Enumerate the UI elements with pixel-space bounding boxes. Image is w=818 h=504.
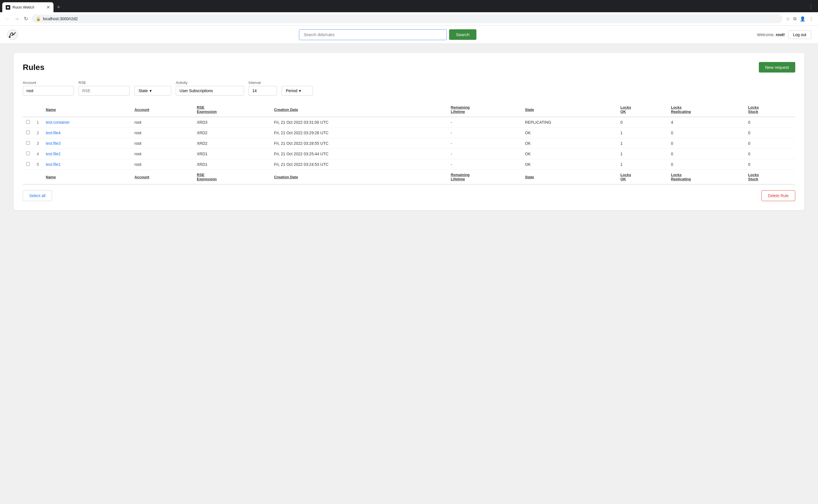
table-row: 1 test:container root XRD3 Fri, 21 Oct 2… [23,117,795,128]
new-request-button[interactable]: New request [759,62,795,73]
table-row: 4 test:file2 root XRD1 Fri, 21 Oct 2022 … [23,149,795,159]
interval-input[interactable] [249,86,277,96]
activity-input[interactable] [176,86,244,96]
row-checkbox[interactable] [23,149,33,159]
state-dropdown-button[interactable]: State ▾ [134,86,171,96]
table-row: 2 test:file4 root XRD2 Fri, 21 Oct 2022 … [23,128,795,138]
tfoot-checkbox [23,170,33,185]
th-state: State [522,102,617,117]
row-checkbox-input[interactable] [26,141,30,145]
new-tab-button[interactable]: + [55,3,63,12]
search-area: Search [23,29,753,40]
search-input-wrap [299,29,447,40]
forward-button[interactable]: → [13,15,20,23]
row-creation-date: Fri, 21 Oct 2022 03:28:55 UTC [270,138,447,149]
row-remaining-lifetime: - [447,159,522,170]
address-input[interactable] [43,16,778,21]
row-checkbox[interactable] [23,128,33,138]
tfoot-rse-expression: RSEExpression [193,170,270,185]
nav-actions: ☆ ⧉ 👤 ⋮ [785,15,815,23]
search-input[interactable] [299,29,447,40]
state-filter-label [134,80,171,85]
row-name[interactable]: test:file1 [42,159,131,170]
extensions-icon[interactable]: ⧉ [792,15,798,23]
state-dropdown-arrow-icon: ▾ [150,88,152,93]
th-name: Name [42,102,131,117]
delete-rule-button[interactable]: Delete Rule [761,190,795,201]
reload-button[interactable]: ↻ [23,15,29,23]
bookmark-icon[interactable]: ☆ [785,15,791,23]
row-name-link[interactable]: test:file2 [46,152,61,156]
row-remaining-lifetime: - [447,117,522,128]
activity-label: Activity [176,80,244,85]
table-footer-row: Name Account RSEExpression Creation Date… [23,170,795,185]
th-locks-ok: LocksOK [617,102,668,117]
account-input[interactable] [23,86,74,96]
row-checkbox-input[interactable] [26,131,30,134]
row-locks-ok: 0 [617,117,668,128]
user-area: Welcome, root! Log out [757,30,811,39]
profile-icon[interactable]: 👤 [799,15,807,23]
row-name-link[interactable]: test:file1 [46,162,61,167]
back-button[interactable]: ← [3,15,11,23]
row-name-link[interactable]: test:file3 [46,141,61,146]
row-account: root [131,149,193,159]
period-dropdown-button[interactable]: Period ▾ [282,86,313,96]
row-rse-expression: XRD3 [193,117,270,128]
row-locks-stuck: 0 [745,138,795,149]
row-name[interactable]: test:file2 [42,149,131,159]
row-checkbox-input[interactable] [26,120,30,124]
period-dropdown-label: Period [286,88,297,93]
table-row: 5 test:file1 root XRD1 Fri, 21 Oct 2022 … [23,159,795,170]
row-account: root [131,159,193,170]
table-body: 1 test:container root XRD3 Fri, 21 Oct 2… [23,117,795,170]
interval-label: Interval [249,80,277,85]
row-locks-replicating: 0 [668,128,745,138]
browser-chrome: Rucio WebUI ✕ + ⋮ ← → ↻ 🔒 ☆ ⧉ 👤 ⋮ [0,0,818,26]
row-rse-expression: XRD2 [193,128,270,138]
row-creation-date: Fri, 21 Oct 2022 03:29:28 UTC [270,128,447,138]
page-title: Rules [23,63,44,72]
th-remaining-lifetime: RemainingLifetime [447,102,522,117]
logout-button[interactable]: Log out [788,30,811,39]
row-name-link[interactable]: test:file4 [46,131,61,135]
row-checkbox[interactable] [23,138,33,149]
logo-icon [7,29,18,40]
row-rse-expression: XRD2 [193,138,270,149]
row-checkbox-input[interactable] [26,162,30,166]
browser-more-icon[interactable]: ⋮ [808,3,816,12]
main-content: Rules New request Account RSE State ▾ A [0,44,818,504]
table-footer: Name Account RSEExpression Creation Date… [23,170,795,185]
th-num [33,102,42,117]
tfoot-locks-replicating: LocksReplicating [668,170,745,185]
row-name-link[interactable]: test:container [46,120,70,125]
select-all-button[interactable]: Select all [23,190,52,201]
nav-bar: ← → ↻ 🔒 ☆ ⧉ 👤 ⋮ [0,12,818,26]
row-checkbox[interactable] [23,117,33,128]
row-name[interactable]: test:file4 [42,128,131,138]
search-button[interactable]: Search [449,29,476,40]
tfoot-state: State [522,170,617,185]
row-name[interactable]: test:file3 [42,138,131,149]
row-name[interactable]: test:container [42,117,131,128]
tfoot-remaining-lifetime: RemainingLifetime [447,170,522,185]
rse-label: RSE [79,80,130,85]
period-dropdown-arrow-icon: ▾ [299,88,301,93]
menu-icon[interactable]: ⋮ [808,15,815,23]
tab-close-icon[interactable]: ✕ [46,5,50,10]
table-header: Name Account RSEExpression Creation Date… [23,102,795,117]
table-header-row: Name Account RSEExpression Creation Date… [23,102,795,117]
th-rse-expression: RSEExpression [193,102,270,117]
address-bar[interactable]: 🔒 [32,15,782,23]
state-filter-group: State ▾ [134,80,171,96]
row-checkbox[interactable] [23,159,33,170]
active-tab[interactable]: Rucio WebUI ✕ [2,2,53,12]
svg-point-2 [9,36,11,38]
row-creation-date: Fri, 21 Oct 2022 03:25:44 UTC [270,149,447,159]
row-locks-replicating: 4 [668,117,745,128]
row-locks-stuck: 0 [745,159,795,170]
row-num: 1 [33,117,42,128]
row-locks-stuck: 0 [745,117,795,128]
row-checkbox-input[interactable] [26,152,30,155]
rse-input[interactable] [79,86,130,96]
